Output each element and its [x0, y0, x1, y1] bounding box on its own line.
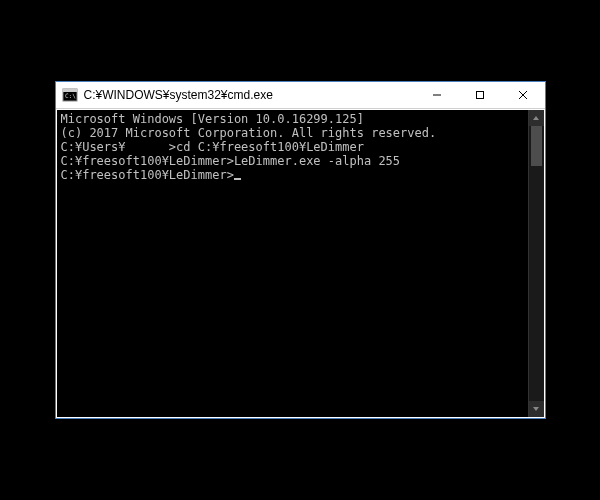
window-controls	[416, 82, 545, 108]
terminal-line: Microsoft Windows [Version 10.0.16299.12…	[61, 112, 524, 126]
svg-rect-4	[477, 92, 484, 99]
svg-text:C:\: C:\	[65, 92, 76, 99]
cmd-window: C:\ C:¥WINDOWS¥system32¥cmd.exe Microsof…	[55, 81, 546, 419]
terminal-prompt: C:¥freesoft100¥LeDimmer>	[61, 168, 234, 182]
scrollbar-thumb[interactable]	[531, 126, 542, 166]
window-title: C:¥WINDOWS¥system32¥cmd.exe	[84, 88, 416, 102]
titlebar[interactable]: C:\ C:¥WINDOWS¥system32¥cmd.exe	[56, 82, 545, 109]
scrollbar[interactable]	[528, 110, 544, 417]
cmd-icon: C:\	[62, 87, 78, 103]
terminal-output[interactable]: Microsoft Windows [Version 10.0.16299.12…	[57, 110, 528, 417]
maximize-button[interactable]	[459, 82, 502, 108]
close-button[interactable]	[502, 82, 545, 108]
scroll-down-button[interactable]	[529, 401, 544, 417]
cursor-icon	[234, 178, 241, 180]
terminal-line: C:¥freesoft100¥LeDimmer>LeDimmer.exe -al…	[61, 154, 524, 168]
terminal-area: Microsoft Windows [Version 10.0.16299.12…	[57, 110, 544, 417]
terminal-line: (c) 2017 Microsoft Corporation. All righ…	[61, 126, 524, 140]
terminal-line: C:¥Users¥ >cd C:¥freesoft100¥LeDimmer	[61, 140, 524, 154]
minimize-button[interactable]	[416, 82, 459, 108]
terminal-prompt-line: C:¥freesoft100¥LeDimmer>	[61, 168, 524, 182]
scroll-up-button[interactable]	[529, 110, 544, 126]
